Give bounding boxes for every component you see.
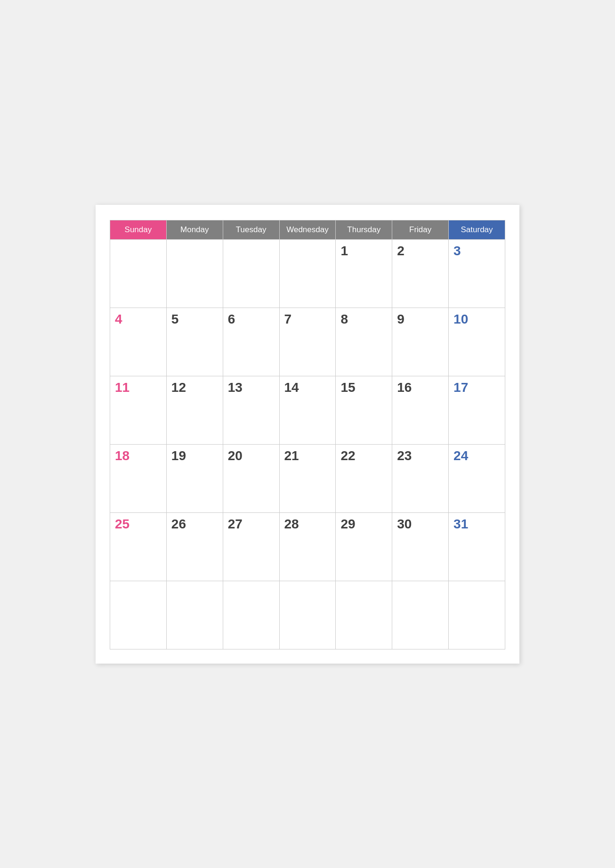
day-header-tuesday: Tuesday <box>223 220 279 239</box>
calendar-grid: SundayMondayTuesdayWednesdayThursdayFrid… <box>110 220 505 649</box>
day-number: 30 <box>397 517 412 531</box>
calendar-cell: 3 <box>449 239 505 308</box>
calendar-week-row: 25262728293031 <box>110 512 505 581</box>
calendar-cell <box>392 581 449 649</box>
day-number: 10 <box>453 312 468 326</box>
day-number: 31 <box>453 517 468 531</box>
day-number: 12 <box>171 380 186 395</box>
calendar-cell: 31 <box>449 512 505 581</box>
calendar-cell <box>223 239 279 308</box>
day-number: 4 <box>115 312 122 326</box>
day-number: 23 <box>397 448 412 463</box>
day-number: 3 <box>453 243 461 258</box>
calendar-week-row <box>110 581 505 649</box>
day-header-monday: Monday <box>166 220 223 239</box>
day-number: 9 <box>397 312 405 326</box>
calendar-cell <box>166 581 223 649</box>
day-number: 27 <box>228 517 243 531</box>
day-number: 19 <box>171 448 186 463</box>
calendar-cell: 8 <box>336 308 392 376</box>
day-number: 6 <box>228 312 235 326</box>
calendar-week-row: 123 <box>110 239 505 308</box>
day-header-thursday: Thursday <box>336 220 392 239</box>
calendar-cell: 16 <box>392 376 449 444</box>
calendar-cell <box>449 581 505 649</box>
calendar-cell: 21 <box>279 444 336 512</box>
calendar-cell <box>336 581 392 649</box>
day-number: 28 <box>284 517 299 531</box>
calendar-cell: 4 <box>110 308 167 376</box>
calendar-cell: 10 <box>449 308 505 376</box>
calendar-week-row: 18192021222324 <box>110 444 505 512</box>
calendar-cell: 20 <box>223 444 279 512</box>
day-number: 20 <box>228 448 243 463</box>
calendar-cell <box>110 239 167 308</box>
calendar-cell: 29 <box>336 512 392 581</box>
calendar-cell <box>110 581 167 649</box>
day-number: 25 <box>115 517 129 531</box>
calendar-cell: 2 <box>392 239 449 308</box>
calendar-cell <box>279 239 336 308</box>
day-number: 22 <box>340 448 355 463</box>
day-number: 1 <box>340 243 348 258</box>
calendar-week-row: 45678910 <box>110 308 505 376</box>
day-number: 7 <box>284 312 292 326</box>
day-number: 17 <box>453 380 468 395</box>
day-number: 2 <box>397 243 405 258</box>
day-header-wednesday: Wednesday <box>279 220 336 239</box>
calendar-cell: 6 <box>223 308 279 376</box>
day-number: 26 <box>171 517 186 531</box>
calendar-cell: 18 <box>110 444 167 512</box>
calendar-cell: 7 <box>279 308 336 376</box>
calendar-week-row: 11121314151617 <box>110 376 505 444</box>
calendar-cell: 28 <box>279 512 336 581</box>
calendar-cell: 5 <box>166 308 223 376</box>
calendar-container: SundayMondayTuesdayWednesdayThursdayFrid… <box>96 205 519 664</box>
calendar-cell: 30 <box>392 512 449 581</box>
calendar-cell: 17 <box>449 376 505 444</box>
day-number: 14 <box>284 380 299 395</box>
calendar-cell <box>166 239 223 308</box>
calendar-cell: 25 <box>110 512 167 581</box>
calendar-cell: 15 <box>336 376 392 444</box>
day-number: 21 <box>284 448 299 463</box>
day-header-friday: Friday <box>392 220 449 239</box>
calendar-cell: 13 <box>223 376 279 444</box>
calendar-cell: 27 <box>223 512 279 581</box>
calendar-cell: 22 <box>336 444 392 512</box>
calendar-cell: 9 <box>392 308 449 376</box>
calendar-cell: 1 <box>336 239 392 308</box>
day-header-saturday: Saturday <box>449 220 505 239</box>
calendar-cell: 26 <box>166 512 223 581</box>
calendar-cell <box>279 581 336 649</box>
calendar-cell: 24 <box>449 444 505 512</box>
calendar-cell: 23 <box>392 444 449 512</box>
day-number: 29 <box>340 517 355 531</box>
day-number: 5 <box>171 312 179 326</box>
calendar-cell: 14 <box>279 376 336 444</box>
day-number: 11 <box>115 380 129 395</box>
day-header-sunday: Sunday <box>110 220 167 239</box>
calendar-cell: 12 <box>166 376 223 444</box>
day-headers-row: SundayMondayTuesdayWednesdayThursdayFrid… <box>110 220 505 239</box>
day-number: 8 <box>340 312 348 326</box>
calendar-cell: 19 <box>166 444 223 512</box>
day-number: 13 <box>228 380 243 395</box>
day-number: 18 <box>115 448 129 463</box>
day-number: 24 <box>453 448 468 463</box>
day-number: 16 <box>397 380 412 395</box>
calendar-cell: 11 <box>110 376 167 444</box>
day-number: 15 <box>340 380 355 395</box>
calendar-cell <box>223 581 279 649</box>
